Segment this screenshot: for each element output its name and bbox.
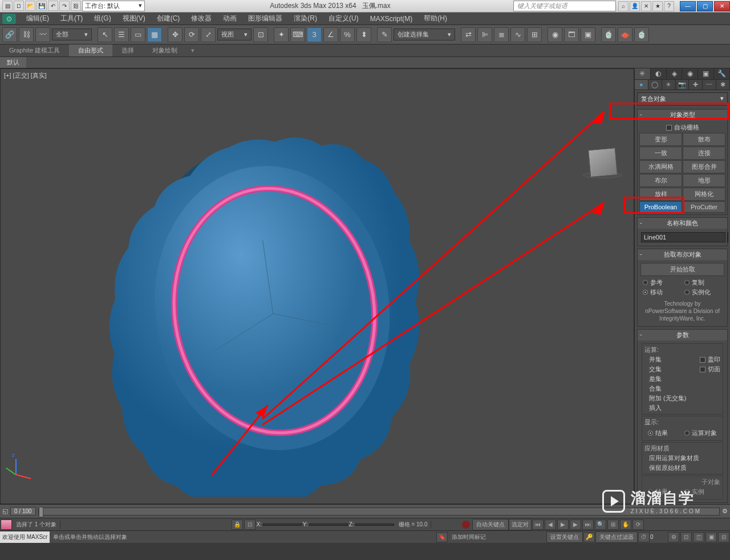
search-box[interactable]: 键入关键字或短语 [513, 1, 616, 11]
render-as-icon[interactable]: 🍵 [634, 27, 649, 42]
subtab-helpers-icon[interactable]: ✚ [689, 80, 703, 90]
frame-input[interactable]: 0 [650, 534, 667, 540]
subtab-geometry-icon[interactable]: ● [635, 80, 648, 90]
coord-z[interactable] [355, 524, 394, 526]
subtab-cameras-icon[interactable]: 📷 [676, 80, 690, 90]
snap-toggle-icon[interactable]: 3 [307, 27, 322, 42]
timeline-cfg-icon[interactable]: ⚙ [722, 508, 728, 515]
obj-connect-button[interactable]: 连接 [683, 147, 725, 160]
nav-min-icon[interactable]: ⊟ [718, 532, 729, 542]
material-editor-icon[interactable]: ◉ [548, 27, 562, 42]
apply-keep-orig[interactable]: 保留原始材质 [647, 464, 718, 472]
play-next-icon[interactable]: ▶ [570, 520, 581, 530]
autogrid-checkbox[interactable]: 自动栅格 [639, 122, 725, 133]
selection-filter-dropdown[interactable]: 全部▾ [52, 29, 92, 40]
open-icon[interactable]: 📂 [25, 1, 35, 11]
op-merge[interactable]: 合集 [647, 384, 694, 393]
radio-copy[interactable]: 复制 [684, 278, 723, 287]
keyfilter-button[interactable]: 关键点过滤器 [595, 531, 638, 543]
viewcube[interactable] [588, 148, 618, 177]
object-name-input[interactable] [641, 232, 725, 242]
setkey-button[interactable]: 设置关键点 [546, 531, 583, 543]
align-icon[interactable]: ⊫ [477, 27, 492, 42]
close-button[interactable]: ✕ [714, 1, 730, 11]
obj-boolean-button[interactable]: 布尔 [639, 174, 682, 187]
rollout-header[interactable]: -名称和颜色 [638, 218, 727, 229]
maximize-button[interactable]: ▢ [697, 1, 713, 11]
op-intersect[interactable]: 交集 [647, 365, 694, 374]
ribbon-tab-freeform[interactable]: 自由形式 [69, 44, 112, 56]
save-icon[interactable]: 💾 [36, 1, 47, 11]
new-icon[interactable]: 🗋 [14, 1, 24, 11]
select-region-icon[interactable]: ▭ [131, 27, 145, 42]
radio-instance[interactable]: 实例化 [684, 288, 723, 297]
ribbon-tab-objectpaint[interactable]: 对象绘制 [143, 44, 186, 56]
redo-icon[interactable]: ↷ [59, 1, 70, 11]
named-sel-icon[interactable]: ✎ [377, 27, 392, 42]
nav-fov-icon[interactable]: ◫ [693, 532, 704, 542]
workspace-dropdown[interactable]: 工作台: 默认▾ [82, 1, 145, 11]
obj-terrain-button[interactable]: 地形 [683, 174, 725, 187]
op-attach[interactable]: 附加 (无交集) [647, 394, 694, 403]
ribbon-tab-selection[interactable]: 选择 [112, 44, 143, 56]
obj-proboolean-button[interactable]: ProBoolean [639, 201, 682, 213]
keymode-icon[interactable]: ⌨ [290, 27, 305, 42]
disp-result[interactable]: 结果 [648, 429, 681, 437]
subtab-shapes-icon[interactable]: ◯ [648, 80, 662, 90]
menu-tools[interactable]: 工具(T) [55, 14, 88, 23]
menu-edit[interactable]: 编辑(E) [21, 14, 55, 23]
pivot-icon[interactable]: ⊡ [253, 27, 268, 42]
favorite-icon[interactable]: ★ [652, 1, 663, 11]
maxscript-mini[interactable]: 欢迎使用 MAXScr [0, 531, 50, 543]
render-iter-icon[interactable]: 🫖 [618, 27, 632, 42]
menu-customize[interactable]: 自定义(U) [323, 14, 364, 23]
obj-morph-button[interactable]: 变形 [639, 133, 682, 146]
ribbon-chevron-icon[interactable]: ▾ [186, 47, 199, 54]
obj-procutter-button[interactable]: ProCutter [683, 201, 725, 213]
app-logo-icon[interactable]: ⊙ [2, 14, 16, 24]
layers-icon[interactable]: ≣ [494, 27, 509, 42]
coord-y[interactable] [309, 524, 348, 526]
app-menu-icon[interactable]: ▤ [2, 1, 13, 11]
menu-rendering[interactable]: 渲染(R) [288, 14, 323, 23]
signin-icon[interactable]: 👤 [630, 1, 640, 11]
viewport[interactable]: [+] [正交] [真实] z [0, 68, 634, 504]
angle-snap-icon[interactable]: ∠ [323, 27, 338, 42]
menu-create[interactable]: 创建(C) [151, 14, 186, 23]
tab-modify-icon[interactable]: ◐ [651, 68, 667, 79]
move-icon[interactable]: ✥ [168, 27, 182, 42]
named-selset-dropdown[interactable]: 创建选择集▾ [394, 29, 455, 40]
scale-icon[interactable]: ⤢ [201, 27, 216, 42]
undo-icon[interactable]: ↶ [48, 1, 58, 11]
render-prod-icon[interactable]: 🍵 [601, 27, 616, 42]
mirror-icon[interactable]: ⇄ [461, 27, 476, 42]
radio-move[interactable]: 移动 [643, 288, 681, 297]
obj-blobmesh-button[interactable]: 水滴网格 [639, 160, 682, 173]
op-subtract[interactable]: 差集 [647, 375, 694, 383]
apply-operand-mat[interactable]: 应用运算对象材质 [647, 454, 718, 462]
subtab-spacewarp-icon[interactable]: 〰 [703, 80, 716, 90]
play-prev-icon[interactable]: ◀ [545, 520, 556, 530]
coord-x[interactable] [263, 524, 302, 526]
menu-views[interactable]: 视图(V) [117, 14, 151, 23]
timeline-mini-icon[interactable]: ◱ [2, 508, 8, 515]
rollout-header[interactable]: -对象类型 [638, 109, 727, 120]
color-swatch[interactable] [727, 232, 728, 242]
menu-group[interactable]: 组(G) [88, 14, 116, 23]
nav-pan-icon[interactable]: ✋ [620, 520, 631, 530]
nav-zext-icon[interactable]: ⊡ [680, 532, 692, 542]
obj-shapemerge-button[interactable]: 图形合并 [683, 160, 725, 173]
time-config-icon[interactable]: ⚙ [668, 532, 679, 542]
op-insert[interactable]: 插入 [647, 404, 694, 412]
ribbon-sub-default[interactable]: 默认 [0, 57, 26, 68]
play-start-icon[interactable]: ⏮ [532, 520, 544, 530]
tab-create-icon[interactable]: ✳ [635, 68, 651, 79]
unlink-icon[interactable]: ⛓ [19, 27, 34, 42]
radio-reference[interactable]: 参考 [643, 278, 681, 287]
render-setup-icon[interactable]: 🗔 [564, 27, 579, 42]
menu-help[interactable]: 帮助(H) [418, 14, 453, 23]
render-frame-icon[interactable]: ▣ [581, 27, 595, 42]
nav-zoom-icon[interactable]: 🔍 [595, 520, 606, 530]
nav-zoomall-icon[interactable]: ⊞ [607, 520, 619, 530]
obj-mesher-button[interactable]: 网格化 [683, 188, 725, 201]
